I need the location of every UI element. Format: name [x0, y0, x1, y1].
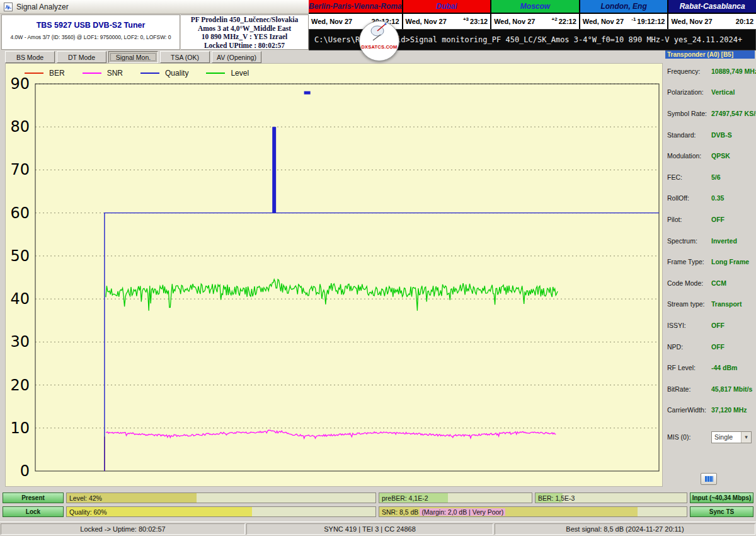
table-row: Frame Type:Long Frame — [665, 251, 755, 272]
mis-selected-value: Single — [714, 433, 733, 441]
ber-progress: BER: 1,5E-3 — [535, 492, 687, 503]
signal-analyzer-window: Signal Analyzer TBS 5927 USB DVB-S2 Tune… — [0, 0, 756, 536]
svg-text:40: 40 — [10, 290, 30, 308]
clock-city-label: Moscow — [491, 0, 579, 14]
input-indicator: Input (~40,34 Mbps) — [690, 492, 753, 503]
mis-row: MIS (0): Single ▾ — [665, 429, 755, 445]
tab-tsa[interactable]: TSA (OK) — [160, 51, 210, 63]
snr-progress: SNR: 8,5 dB (Margin: 2,0 dB | Very Poor) — [379, 506, 687, 517]
clock-date: Wed, Nov 27 — [583, 18, 631, 25]
snr-value-text: SNR: 8,5 dB — [382, 508, 418, 516]
table-row: Stream type:Transport — [665, 294, 755, 315]
signal-chart: 0102030405060708090 — [6, 64, 662, 486]
sync-ts-indicator: Sync TS — [690, 506, 753, 517]
chart-legend: BER SNR Quality Level — [25, 69, 249, 78]
transponder-sidebar: Transponder (A0) [B5] Frequency:10889,74… — [665, 50, 755, 492]
level-progress-label: Level: 42% — [69, 493, 102, 503]
legend-item-snr: SNR — [83, 69, 123, 78]
window-title: Signal Analyzer — [16, 3, 69, 11]
sidebar-tool-button[interactable] — [701, 473, 717, 485]
table-row: Polarization:Vertical — [665, 82, 755, 103]
clock-city-label: London, Eng — [580, 0, 668, 14]
table-row: RF Level:-44 dBm — [665, 357, 755, 378]
svg-text:60: 60 — [10, 204, 30, 222]
clock-city-label: Rabat-Casablanca — [668, 0, 756, 14]
legend-item-level: Level — [206, 69, 249, 78]
present-indicator: Present — [3, 492, 64, 503]
clock-city-label: Berlin-Paris-Vienna-Roma — [309, 0, 402, 14]
clock-time: 19:12:12 — [637, 18, 665, 25]
level-line-swatch — [206, 73, 225, 74]
table-row: RollOff:0.35 — [665, 188, 755, 209]
chevron-down-icon: ▾ — [741, 432, 751, 443]
svg-text:80: 80 — [10, 118, 30, 136]
tab-av[interactable]: AV (Opening) — [212, 51, 261, 63]
legend-label: SNR — [107, 69, 123, 78]
table-row: CarrierWidth:37,120 MHz — [665, 400, 755, 421]
dxsatcs-logo: DXSATCS.COM — [359, 21, 399, 61]
level-progress: Level: 42% — [66, 492, 376, 503]
tab-bs-mode[interactable]: BS Mode — [5, 51, 55, 63]
table-row: BitRate:45,817 Mbit/s — [665, 378, 755, 400]
tuner-info-panel: TBS 5927 USB DVB-S2 Tuner 4.0W - Amos 3/… — [1, 15, 180, 50]
table-row: Code Mode:CCM — [665, 272, 755, 294]
tab-signal-mon[interactable]: Signal Mon. — [108, 51, 158, 63]
transponder-header[interactable]: Transponder (A0) [B5] — [665, 50, 755, 59]
svg-text:20: 20 — [10, 376, 30, 394]
clock-date: Wed, Nov 27 — [671, 18, 734, 25]
table-row: NPD:OFF — [665, 336, 755, 358]
ber-progress-label: BER: 1,5E-3 — [538, 493, 575, 503]
table-row: Frequency:10889,749 MHz — [665, 61, 755, 82]
status-bar: Locked -> Uptime: 80:02:57 SYNC 419 | TE… — [0, 521, 756, 536]
legend-item-quality: Quality — [140, 69, 188, 78]
preber-progress: preBER: 4,1E-2 — [379, 492, 532, 503]
clock-moscow: Moscow Wed, Nov 27 +2 22:12 — [491, 0, 579, 29]
transponder-rows: Frequency:10889,749 MHz Polarization:Ver… — [665, 61, 755, 421]
svg-text:50: 50 — [10, 247, 30, 265]
bars-icon — [705, 476, 713, 482]
mis-label: MIS (0): — [665, 433, 711, 441]
table-row: Pilot:OFF — [665, 209, 755, 230]
mis-select[interactable]: Single ▾ — [711, 431, 752, 443]
table-row: Standard:DVB-S — [665, 124, 755, 146]
quality-progress-label: Quality: 60% — [69, 507, 107, 516]
station-line-3: 10 890 MHz_V : YES Izrael — [181, 33, 308, 42]
table-row: ISSYI:OFF — [665, 315, 755, 336]
app-icon — [4, 3, 13, 11]
statusbar-best-signal: Best signal: 8,5 dB (2024-11-27 20:11) — [495, 523, 755, 535]
station-line-1: PF Prodelin 450_Lučenec/Slovakia — [181, 16, 308, 25]
quality-line-swatch — [140, 73, 159, 74]
clock-time: 23:12 — [470, 18, 488, 25]
clock-utc-offset: +3 — [463, 16, 469, 22]
clock-rabat: Rabat-Casablanca Wed, Nov 27 20:12 — [668, 0, 756, 29]
svg-text:90: 90 — [10, 75, 30, 93]
legend-label: Level — [231, 69, 249, 78]
lock-indicator: Lock — [3, 506, 64, 517]
title-bar: Signal Analyzer — [0, 0, 309, 14]
satellite-icon — [367, 21, 392, 44]
clock-date: Wed, Nov 27 — [406, 18, 463, 25]
tuner-subtitle: 4.0W - Amos 3/7 (ID: 3560) @ LOF1: 97500… — [2, 34, 180, 40]
table-row: Modulation:QPSK — [665, 145, 755, 166]
table-row: Symbol Rate:27497,547 KS/s — [665, 103, 755, 124]
tab-dt-mode[interactable]: DT Mode — [57, 51, 106, 63]
ber-line-swatch — [25, 73, 43, 74]
table-row: FEC:5/6 — [665, 166, 755, 188]
legend-item-ber: BER — [25, 69, 65, 78]
snr-progress-label: SNR: 8,5 dB (Margin: 2,0 dB | Very Poor) — [382, 507, 505, 516]
legend-label: Quality — [165, 69, 188, 78]
svg-text:10: 10 — [10, 419, 30, 437]
clock-london: London, Eng Wed, Nov 27 -1 19:12:12 — [580, 0, 668, 29]
signal-chart-panel: BER SNR Quality Level 010203040506070809… — [5, 63, 663, 487]
station-info-panel: PF Prodelin 450_Lučenec/Slovakia Amos 3 … — [181, 15, 309, 50]
snr-line-swatch — [83, 73, 101, 74]
clock-date: Wed, Nov 27 — [311, 18, 370, 25]
table-row: Spectrum:Inverted — [665, 230, 755, 252]
preber-progress-label: preBER: 4,1E-2 — [382, 493, 428, 503]
clock-time: 20:12 — [736, 18, 753, 25]
svg-text:0: 0 — [20, 462, 30, 480]
snr-margin-badge: (Margin: 2,0 dB | Very Poor) — [420, 508, 505, 516]
clock-time: 22:12 — [559, 18, 576, 25]
clock-dubai: Dubai Wed, Nov 27 +3 23:12 — [403, 0, 491, 29]
statusbar-uptime: Locked -> Uptime: 80:02:57 — [1, 523, 245, 535]
